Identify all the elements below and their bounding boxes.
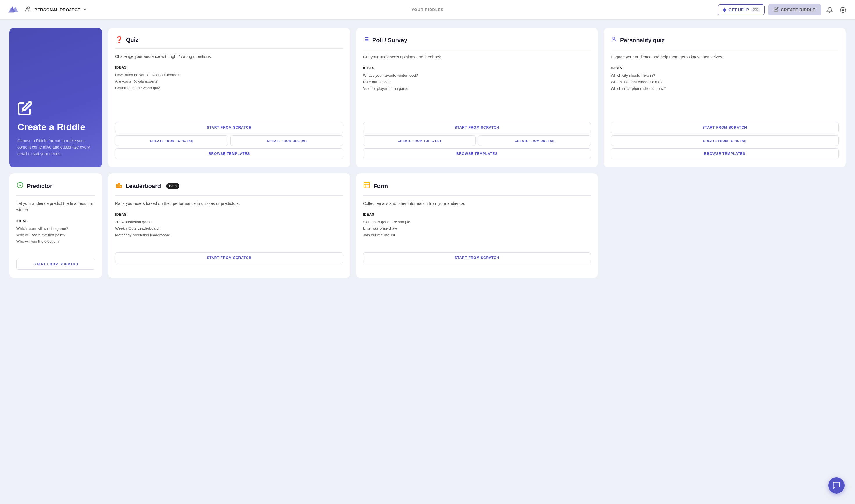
svg-point-8 <box>613 37 615 39</box>
personality-idea-1: Which city should I live in? <box>611 72 839 79</box>
svg-point-0 <box>26 7 28 9</box>
shortcut-badge: ⌘K <box>751 7 760 12</box>
quiz-card: ❓ Quiz Challenge your audience with righ… <box>108 28 350 167</box>
personality-topic-ai-button[interactable]: CREATE FROM TOPIC (AI) <box>611 136 839 146</box>
chat-fab-button[interactable] <box>828 477 844 493</box>
svg-point-10 <box>20 185 20 185</box>
poll-idea-1: What's your favorite winter food? <box>363 72 591 79</box>
form-description: Collect emails and other information fro… <box>363 200 591 206</box>
poll-card-header: Poll / Survey <box>363 36 591 49</box>
poll-icon <box>363 36 369 44</box>
personality-idea-3: Which smartphone should I buy? <box>611 86 839 92</box>
personality-title: Personality quiz <box>620 37 664 43</box>
form-card: Form Collect emails and other informatio… <box>356 173 598 278</box>
quiz-ai-buttons: CREATE FROM TOPIC (AI) CREATE FROM URL (… <box>115 136 343 146</box>
beta-badge: Beta <box>166 183 179 189</box>
svg-rect-14 <box>364 182 370 188</box>
quiz-icon: ❓ <box>115 36 123 43</box>
predictor-ideas-label: IDEAS <box>16 219 95 223</box>
poll-card: Poll / Survey Get your audience's opinio… <box>356 28 598 167</box>
personality-description: Engage your audience and help them get t… <box>611 54 839 60</box>
logo[interactable] <box>7 3 21 16</box>
bottom-grid: Predictor Let your audience predict the … <box>9 173 846 278</box>
personality-icon <box>611 36 617 44</box>
svg-point-1 <box>842 9 844 11</box>
svg-rect-12 <box>118 183 120 188</box>
leaderboard-ideas-list: 2024 prediction game Weekly Quiz Leaderb… <box>115 219 343 238</box>
predictor-idea-3: Who will win the election? <box>16 238 95 245</box>
help-diamond-icon: ◆ <box>723 7 726 13</box>
create-riddle-button[interactable]: CREATE RIDDLE <box>768 4 821 15</box>
navbar-right: ◆ GET HELP ⌘K CREATE RIDDLE <box>718 4 848 15</box>
personality-card: Personality quiz Engage your audience an… <box>604 28 846 167</box>
quiz-actions: START FROM SCRATCH CREATE FROM TOPIC (AI… <box>115 122 343 159</box>
form-idea-2: Enter our prize draw <box>363 225 591 232</box>
personality-card-header: Personality quiz <box>611 36 839 49</box>
hero-card[interactable]: Create a Riddle Choose a Riddle format t… <box>9 28 102 167</box>
predictor-icon <box>16 181 24 191</box>
leaderboard-start-scratch-button[interactable]: START FROM SCRATCH <box>115 252 343 263</box>
notification-button[interactable] <box>825 5 835 15</box>
poll-templates-button[interactable]: BROWSE TEMPLATES <box>363 148 591 159</box>
poll-description: Get your audience's opinions and feedbac… <box>363 54 591 60</box>
predictor-ideas-list: Which team will win the game? Who will s… <box>16 226 95 245</box>
leaderboard-title: Leaderboard <box>126 183 161 190</box>
navbar: PERSONAL PROJECT YOUR RIDDLES ◆ GET HELP… <box>0 0 855 20</box>
form-card-header: Form <box>363 181 591 196</box>
personality-start-scratch-button[interactable]: START FROM SCRATCH <box>611 122 839 133</box>
leaderboard-idea-2: Weekly Quiz Leaderboard <box>115 225 343 232</box>
form-ideas-list: Sign up to get a free sample Enter our p… <box>363 219 591 238</box>
poll-url-ai-button[interactable]: CREATE FROM URL (AI) <box>478 136 591 146</box>
nav-title: YOUR RIDDLES <box>412 7 443 12</box>
poll-ideas-label: IDEAS <box>363 66 591 70</box>
top-grid: Create a Riddle Choose a Riddle format t… <box>9 28 846 167</box>
quiz-title: Quiz <box>126 37 138 43</box>
hero-description: Choose a Riddle format to make your cont… <box>17 138 94 157</box>
quiz-templates-button[interactable]: BROWSE TEMPLATES <box>115 148 343 159</box>
predictor-actions: START FROM SCRATCH <box>16 259 95 270</box>
personality-templates-button[interactable]: BROWSE TEMPLATES <box>611 148 839 159</box>
predictor-idea-2: Who will score the first point? <box>16 232 95 238</box>
poll-ideas-list: What's your favorite winter food? Rate o… <box>363 72 591 92</box>
poll-idea-2: Rate our service <box>363 79 591 85</box>
navbar-center: YOUR RIDDLES <box>412 7 443 12</box>
quiz-start-scratch-button[interactable]: START FROM SCRATCH <box>115 122 343 133</box>
form-ideas-label: IDEAS <box>363 213 591 217</box>
svg-rect-11 <box>116 184 118 188</box>
poll-topic-ai-button[interactable]: CREATE FROM TOPIC (AI) <box>363 136 476 146</box>
form-start-scratch-button[interactable]: START FROM SCRATCH <box>363 252 591 263</box>
predictor-title: Predictor <box>27 183 52 190</box>
chevron-down-icon <box>83 7 87 13</box>
leaderboard-idea-3: Matchday prediction leaderboard <box>115 232 343 238</box>
project-label: PERSONAL PROJECT <box>34 7 80 12</box>
quiz-idea-2: Are you a Royals expert? <box>115 78 343 85</box>
leaderboard-card: Leaderboard Beta Rank your users based o… <box>108 173 350 278</box>
empty-bottom-right <box>604 173 846 278</box>
get-help-button[interactable]: ◆ GET HELP ⌘K <box>718 4 765 15</box>
quiz-url-ai-button[interactable]: CREATE FROM URL (AI) <box>230 136 343 146</box>
quiz-idea-3: Countries of the world quiz <box>115 85 343 91</box>
predictor-start-scratch-button[interactable]: START FROM SCRATCH <box>16 259 95 270</box>
get-help-label: GET HELP <box>729 7 749 12</box>
poll-actions: START FROM SCRATCH CREATE FROM TOPIC (AI… <box>363 122 591 159</box>
personality-idea-2: What's the right career for me? <box>611 79 839 85</box>
form-idea-3: Join our mailing list <box>363 232 591 238</box>
form-actions: START FROM SCRATCH <box>363 252 591 263</box>
poll-idea-3: Vote for player of the game <box>363 86 591 92</box>
settings-button[interactable] <box>838 5 848 15</box>
poll-start-scratch-button[interactable]: START FROM SCRATCH <box>363 122 591 133</box>
predictor-card-header: Predictor <box>16 181 95 196</box>
quiz-ideas-label: IDEAS <box>115 66 343 70</box>
quiz-description: Challenge your audience with right / wro… <box>115 53 343 59</box>
people-icon <box>24 6 31 14</box>
quiz-idea-1: How much do you know about football? <box>115 72 343 78</box>
leaderboard-icon <box>115 181 123 191</box>
quiz-topic-ai-button[interactable]: CREATE FROM TOPIC (AI) <box>115 136 228 146</box>
predictor-card: Predictor Let your audience predict the … <box>9 173 102 278</box>
hero-title: Create a Riddle <box>17 122 94 132</box>
leaderboard-ideas-label: IDEAS <box>115 213 343 217</box>
predictor-idea-1: Which team will win the game? <box>16 226 95 232</box>
form-title: Form <box>373 183 388 190</box>
project-selector[interactable]: PERSONAL PROJECT <box>34 7 87 13</box>
navbar-left: PERSONAL PROJECT <box>7 3 87 16</box>
